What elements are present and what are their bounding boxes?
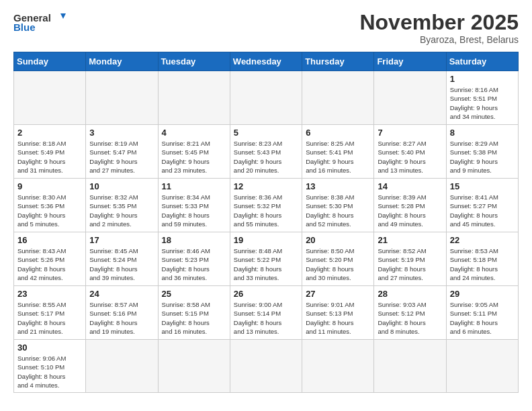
day-10: 10 Sunrise: 8:32 AM Sunset: 5:35 PM Dayl… — [86, 179, 158, 232]
empty-cell — [86, 340, 158, 393]
empty-cell — [158, 71, 230, 125]
header-sunday: Sunday — [14, 52, 86, 71]
day-9: 9 Sunrise: 8:30 AM Sunset: 5:36 PM Dayli… — [14, 179, 86, 232]
header-saturday: Saturday — [446, 52, 518, 71]
empty-cell — [158, 340, 230, 393]
empty-cell — [230, 340, 302, 393]
month-title: November 2025 — [359, 11, 519, 34]
weekday-header-row: Sunday Monday Tuesday Wednesday Thursday… — [14, 52, 519, 71]
logo: General Blue — [13, 11, 67, 35]
header-friday: Friday — [374, 52, 446, 71]
empty-cell — [302, 71, 374, 125]
day-17: 17 Sunrise: 8:45 AM Sunset: 5:24 PM Dayl… — [86, 232, 158, 286]
day-25: 25 Sunrise: 8:58 AM Sunset: 5:15 PM Dayl… — [158, 286, 230, 340]
day-22: 22 Sunrise: 8:53 AM Sunset: 5:18 PM Dayl… — [446, 232, 518, 286]
empty-cell — [446, 340, 518, 393]
day-5: 5 Sunrise: 8:23 AM Sunset: 5:43 PM Dayli… — [230, 125, 302, 179]
day-28: 28 Sunrise: 9:03 AM Sunset: 5:12 PM Dayl… — [374, 286, 446, 340]
week-row-3: 9 Sunrise: 8:30 AM Sunset: 5:36 PM Dayli… — [14, 179, 519, 232]
day-20: 20 Sunrise: 8:50 AM Sunset: 5:20 PM Dayl… — [302, 232, 374, 286]
week-row-5: 23 Sunrise: 8:55 AM Sunset: 5:17 PM Dayl… — [14, 286, 519, 340]
day-4: 4 Sunrise: 8:21 AM Sunset: 5:45 PM Dayli… — [158, 125, 230, 179]
calendar-table: Sunday Monday Tuesday Wednesday Thursday… — [13, 52, 519, 393]
day-21: 21 Sunrise: 8:52 AM Sunset: 5:19 PM Dayl… — [374, 232, 446, 286]
svg-marker-2 — [60, 13, 66, 19]
svg-text:Blue: Blue — [13, 21, 36, 33]
day-8: 8 Sunrise: 8:29 AM Sunset: 5:38 PM Dayli… — [446, 125, 518, 179]
day-26: 26 Sunrise: 9:00 AM Sunset: 5:14 PM Dayl… — [230, 286, 302, 340]
calendar-page: General Blue November 2025 Byaroza, Bres… — [0, 0, 532, 404]
day-11: 11 Sunrise: 8:34 AM Sunset: 5:33 PM Dayl… — [158, 179, 230, 232]
header-wednesday: Wednesday — [230, 52, 302, 71]
header-thursday: Thursday — [302, 52, 374, 71]
day-15: 15 Sunrise: 8:41 AM Sunset: 5:27 PM Dayl… — [446, 179, 518, 232]
day-14: 14 Sunrise: 8:39 AM Sunset: 5:28 PM Dayl… — [374, 179, 446, 232]
empty-cell — [230, 71, 302, 125]
header: General Blue November 2025 Byaroza, Bres… — [13, 11, 519, 45]
empty-cell — [86, 71, 158, 125]
day-12: 12 Sunrise: 8:36 AM Sunset: 5:32 PM Dayl… — [230, 179, 302, 232]
day-13: 13 Sunrise: 8:38 AM Sunset: 5:30 PM Dayl… — [302, 179, 374, 232]
title-block: November 2025 Byaroza, Brest, Belarus — [359, 11, 519, 45]
day-24: 24 Sunrise: 8:57 AM Sunset: 5:16 PM Dayl… — [86, 286, 158, 340]
day-29: 29 Sunrise: 9:05 AM Sunset: 5:11 PM Dayl… — [446, 286, 518, 340]
header-tuesday: Tuesday — [158, 52, 230, 71]
day-27: 27 Sunrise: 9:01 AM Sunset: 5:13 PM Dayl… — [302, 286, 374, 340]
week-row-2: 2 Sunrise: 8:18 AM Sunset: 5:49 PM Dayli… — [14, 125, 519, 179]
week-row-1: 1 Sunrise: 8:16 AM Sunset: 5:51 PM Dayli… — [14, 71, 519, 125]
day-2: 2 Sunrise: 8:18 AM Sunset: 5:49 PM Dayli… — [14, 125, 86, 179]
location: Byaroza, Brest, Belarus — [359, 34, 519, 45]
empty-cell — [302, 340, 374, 393]
day-19: 19 Sunrise: 8:48 AM Sunset: 5:22 PM Dayl… — [230, 232, 302, 286]
header-monday: Monday — [86, 52, 158, 71]
week-row-4: 16 Sunrise: 8:43 AM Sunset: 5:26 PM Dayl… — [14, 232, 519, 286]
day-18: 18 Sunrise: 8:46 AM Sunset: 5:23 PM Dayl… — [158, 232, 230, 286]
day-16: 16 Sunrise: 8:43 AM Sunset: 5:26 PM Dayl… — [14, 232, 86, 286]
day-7: 7 Sunrise: 8:27 AM Sunset: 5:40 PM Dayli… — [374, 125, 446, 179]
day-23: 23 Sunrise: 8:55 AM Sunset: 5:17 PM Dayl… — [14, 286, 86, 340]
day-1: 1 Sunrise: 8:16 AM Sunset: 5:51 PM Dayli… — [446, 71, 518, 125]
empty-cell — [374, 340, 446, 393]
logo-svg: General Blue — [13, 11, 67, 35]
day-6: 6 Sunrise: 8:25 AM Sunset: 5:41 PM Dayli… — [302, 125, 374, 179]
day-30: 30 Sunrise: 9:06 AM Sunset: 5:10 PM Dayl… — [14, 340, 86, 393]
day-3: 3 Sunrise: 8:19 AM Sunset: 5:47 PM Dayli… — [86, 125, 158, 179]
empty-cell — [374, 71, 446, 125]
week-row-6: 30 Sunrise: 9:06 AM Sunset: 5:10 PM Dayl… — [14, 340, 519, 393]
empty-cell — [14, 71, 86, 125]
